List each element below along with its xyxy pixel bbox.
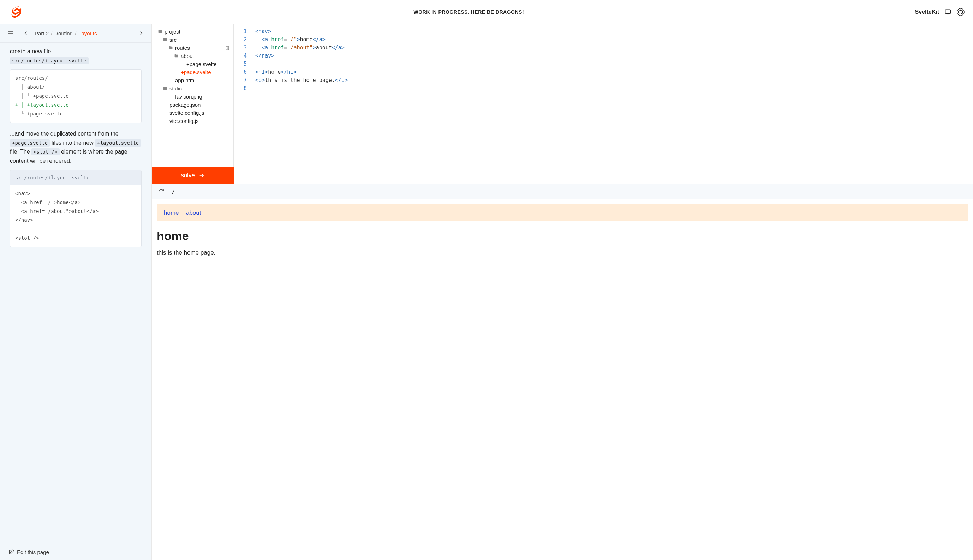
code-inline: src/routes/+layout.svelte xyxy=(10,57,88,64)
folder-icon xyxy=(162,37,167,42)
code-editor[interactable]: 12345678 <nav> <a href="/">home</a> <a h… xyxy=(234,24,973,184)
next-button[interactable] xyxy=(137,28,146,38)
preview-nav: home about xyxy=(157,205,968,222)
lesson-content: create a new file, src/routes/+layout.sv… xyxy=(0,43,152,544)
preview-url[interactable]: / xyxy=(172,188,175,195)
lesson-para-2: ...and move the duplicated content from … xyxy=(10,129,142,165)
ellipsis: ... xyxy=(90,58,95,63)
preview-heading: home xyxy=(157,229,968,243)
preview-toolbar: / xyxy=(152,184,973,200)
crumb-part[interactable]: Part 2 xyxy=(35,30,49,37)
preview-pane: home about home this is the home page. xyxy=(152,200,973,560)
codeblock-header: src/routes/+layout.svelte xyxy=(10,170,141,185)
file-tree-item[interactable]: about xyxy=(156,52,231,60)
folder-icon xyxy=(168,45,173,50)
file-tree-item[interactable]: vite.config.js xyxy=(156,117,231,125)
brand-link[interactable]: SvelteKit xyxy=(915,9,939,15)
lesson-text: create a new file, xyxy=(10,48,53,54)
github-icon[interactable] xyxy=(957,8,965,16)
breadcrumb: Part 2 / Routing / Layouts xyxy=(35,30,132,37)
reload-button[interactable] xyxy=(157,187,166,196)
code-area[interactable]: <nav> <a href="/">home</a> <a href="/abo… xyxy=(252,26,351,184)
preview-paragraph: this is the home page. xyxy=(157,249,968,256)
prev-button[interactable] xyxy=(21,28,30,38)
svg-rect-0 xyxy=(945,10,951,13)
folder-icon xyxy=(157,29,162,34)
lesson-panel: Part 2 / Routing / Layouts create a new … xyxy=(0,24,152,560)
file-tree-item[interactable]: project xyxy=(156,28,231,36)
file-tree-item[interactable]: app.html xyxy=(156,76,231,84)
folder-icon xyxy=(174,54,179,58)
app-header: WORK IN PROGRESS. HERE BE DRAGONS! Svelt… xyxy=(0,0,973,24)
lesson-footer: Edit this page xyxy=(0,544,152,560)
crumb-current[interactable]: Layouts xyxy=(78,30,97,37)
preview-nav-home[interactable]: home xyxy=(164,209,179,216)
svelte-logo-icon[interactable] xyxy=(8,5,23,19)
edit-icon xyxy=(8,549,14,555)
file-tree-item[interactable]: favicon.png xyxy=(156,93,231,101)
crumb-section[interactable]: Routing xyxy=(54,30,73,37)
solve-button[interactable]: solve xyxy=(152,167,234,184)
file-tree-codeblock: src/routes/ ├ about/ │ └ +page.svelte + … xyxy=(10,69,142,123)
file-tree-item[interactable]: +page.svelte xyxy=(156,68,231,76)
chat-icon[interactable] xyxy=(944,8,952,16)
file-tree-item[interactable]: +page.svelte xyxy=(156,60,231,68)
codeblock-body: <nav> <a href="/">home</a> <a href="/abo… xyxy=(10,185,141,247)
file-tree-item[interactable]: src xyxy=(156,36,231,44)
layout-codeblock: src/routes/+layout.svelte <nav> <a href=… xyxy=(10,170,142,248)
banner-text: WORK IN PROGRESS. HERE BE DRAGONS! xyxy=(413,9,524,15)
file-tree-item[interactable]: routes xyxy=(156,44,231,52)
menu-button[interactable] xyxy=(6,28,15,38)
folder-icon xyxy=(162,86,167,91)
add-file-icon[interactable] xyxy=(225,45,230,50)
file-tree-item[interactable]: package.json xyxy=(156,101,231,109)
file-tree: projectsrcroutesabout+page.svelte+page.s… xyxy=(152,24,234,167)
lesson-nav: Part 2 / Routing / Layouts xyxy=(0,24,152,43)
file-tree-item[interactable]: svelte.config.js xyxy=(156,109,231,117)
edit-page-link[interactable]: Edit this page xyxy=(8,549,49,555)
file-tree-item[interactable]: static xyxy=(156,84,231,93)
line-gutter: 12345678 xyxy=(234,26,252,184)
arrow-right-icon xyxy=(198,172,205,179)
preview-nav-about[interactable]: about xyxy=(186,209,201,216)
